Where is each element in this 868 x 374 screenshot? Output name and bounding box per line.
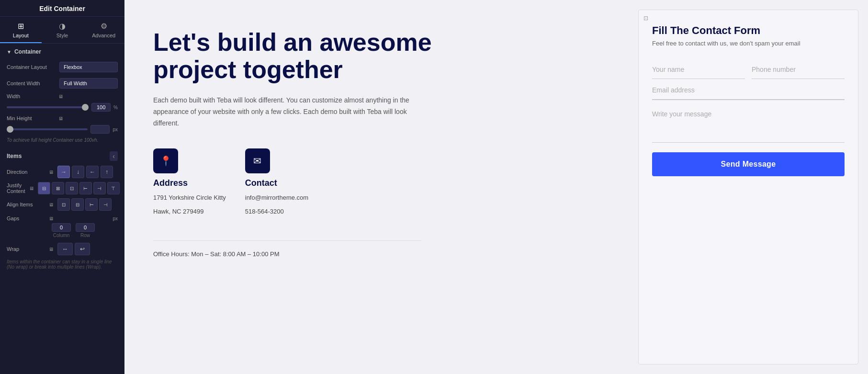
- message-placeholder: Write your message: [652, 110, 711, 118]
- align-items-row: Align Items 🖥 ⊡ ⊟ ⊢ ⊣: [0, 196, 124, 213]
- gap-row-col: 0 Row: [76, 223, 95, 238]
- contact-card: ✉ Contact info@mirrortheme.com 518-564-3…: [245, 148, 308, 216]
- width-slider[interactable]: [7, 106, 89, 108]
- direction-btn-left[interactable]: ←: [86, 166, 99, 178]
- items-label: Items: [7, 153, 22, 159]
- contact-icon-box: ✉: [245, 148, 270, 173]
- justify-btn-5[interactable]: ⊣: [93, 182, 106, 194]
- wrap-buttons: ↔ ↩: [57, 243, 90, 255]
- gap-column-col: 0 Column: [52, 223, 71, 238]
- width-input[interactable]: 100: [91, 103, 111, 112]
- sidebar: Edit Container ⊞ Layout ◑ Style ⚙ Advanc…: [0, 0, 124, 374]
- justify-btn-4[interactable]: ⊢: [79, 182, 92, 194]
- wrap-row: Wrap 🖥 ↔ ↩: [0, 239, 124, 257]
- panel-corner-icon: ⊡: [643, 15, 648, 22]
- direction-btn-down[interactable]: ↓: [72, 166, 84, 178]
- tab-advanced-label: Advanced: [92, 33, 115, 38]
- address-icon-box: 📍: [153, 148, 178, 173]
- form-subtitle: Feel free to contact with us, we don't s…: [652, 40, 845, 47]
- align-btn-2[interactable]: ⊟: [71, 198, 84, 211]
- sidebar-title: Edit Container: [0, 0, 124, 17]
- wrap-monitor-icon: 🖥: [49, 247, 54, 252]
- hero-title: Let's build an awesome project together: [153, 29, 440, 83]
- align-btn-3[interactable]: ⊢: [85, 198, 98, 211]
- justify-btn-6[interactable]: ⊤: [107, 182, 120, 194]
- form-title: Fill The Contact Form: [652, 24, 845, 37]
- gap-column-label: Column: [53, 233, 69, 238]
- width-row: Width 🖥: [0, 91, 124, 101]
- content-width-select[interactable]: Full Width Boxed: [59, 78, 118, 89]
- contact-title: Contact: [245, 178, 308, 188]
- min-height-label: Min Height: [7, 115, 55, 121]
- layout-icon: ⊞: [18, 22, 24, 31]
- form-name-phone-row: Your name Phone number: [652, 58, 845, 79]
- min-height-slider-container: px: [7, 125, 118, 134]
- width-monitor-icon: 🖥: [58, 94, 63, 99]
- min-height-input[interactable]: [90, 125, 110, 134]
- direction-btn-right[interactable]: →: [57, 166, 70, 178]
- justify-monitor-icon: 🖥: [29, 186, 34, 191]
- justify-btn-2[interactable]: ⊠: [52, 182, 64, 194]
- gap-row-label: Row: [80, 233, 90, 238]
- email-field[interactable]: Email address: [652, 79, 845, 100]
- align-btn-1[interactable]: ⊡: [57, 198, 70, 211]
- container-layout-select[interactable]: Flexbox Grid: [59, 62, 118, 72]
- min-height-monitor-icon: 🖥: [58, 116, 63, 121]
- gap-inputs: 0 Column 0 Row: [0, 222, 124, 239]
- address-card: 📍 Address 1791 Yorkshire Circle Kitty Ha…: [153, 148, 226, 216]
- justify-content-row: Justify Content 🖥 ⊟ ⊠ ⊡ ⊢ ⊣ ⊤: [0, 180, 124, 196]
- info-cards: 📍 Address 1791 Yorkshire Circle Kitty Ha…: [153, 148, 609, 216]
- width-unit: %: [113, 105, 118, 110]
- contact-phone: 518-564-3200: [245, 207, 308, 216]
- justify-content-label: Justify Content: [7, 182, 25, 194]
- gap-row-input[interactable]: 0: [76, 223, 95, 232]
- justify-btn-3[interactable]: ⊡: [66, 182, 78, 194]
- items-collapse-button[interactable]: ‹: [110, 151, 118, 161]
- message-field[interactable]: Write your message: [652, 103, 845, 143]
- direction-btn-up[interactable]: ↑: [101, 166, 113, 178]
- hero-desc: Each demo built with Teba will look diff…: [153, 95, 421, 129]
- container-hint: To achieve full height Container use 100…: [0, 136, 124, 147]
- contact-email: info@mirrortheme.com: [245, 193, 308, 203]
- advanced-icon: ⚙: [101, 22, 107, 31]
- phone-field[interactable]: Phone number: [752, 58, 845, 79]
- min-height-unit: px: [113, 127, 118, 132]
- tab-style[interactable]: ◑ Style: [42, 17, 83, 43]
- min-height-row: Min Height 🖥: [0, 113, 124, 123]
- align-buttons: ⊡ ⊟ ⊢ ⊣: [57, 198, 112, 211]
- email-placeholder: Email address: [652, 86, 695, 94]
- wrap-btn-nowrap[interactable]: ↔: [57, 243, 73, 255]
- tab-bar: ⊞ Layout ◑ Style ⚙ Advanced: [0, 17, 124, 44]
- wrap-btn-wrap[interactable]: ↩: [75, 243, 90, 255]
- email-section: Email address: [652, 79, 845, 100]
- tab-advanced[interactable]: ⚙ Advanced: [83, 17, 124, 43]
- min-height-slider[interactable]: [7, 128, 88, 130]
- justify-btn-1[interactable]: ⊟: [38, 182, 50, 194]
- gaps-row: Gaps 🖥 px: [0, 213, 124, 222]
- gap-column-input[interactable]: 0: [52, 223, 71, 232]
- container-section-header[interactable]: ▼ Container: [0, 44, 124, 59]
- container-layout-label: Container Layout: [7, 64, 55, 70]
- direction-buttons: → ↓ ← ↑: [57, 166, 113, 178]
- items-section-header: Items ‹: [0, 147, 124, 164]
- office-hours: Office Hours: Mon – Sat: 8:00 AM – 10:00…: [153, 250, 609, 258]
- tab-layout[interactable]: ⊞ Layout: [0, 17, 42, 43]
- container-collapse-arrow: ▼: [7, 49, 11, 55]
- wrap-label: Wrap: [7, 246, 45, 252]
- align-btn-4[interactable]: ⊣: [99, 198, 112, 211]
- divider: [153, 240, 421, 241]
- send-message-button[interactable]: Send Message: [652, 152, 845, 176]
- address-line2: Hawk, NC 279499: [153, 207, 226, 216]
- tab-layout-label: Layout: [13, 33, 29, 38]
- gaps-monitor-icon: 🖥: [49, 216, 54, 221]
- direction-row: Direction 🖥 → ↓ ← ↑: [0, 164, 124, 180]
- width-slider-container: 100 %: [7, 103, 118, 112]
- align-items-label: Align Items: [7, 202, 45, 207]
- min-height-slider-row: px: [0, 123, 124, 136]
- direction-monitor-icon: 🖥: [49, 170, 54, 175]
- your-name-placeholder: Your name: [652, 66, 684, 73]
- contact-icon: ✉: [253, 155, 261, 167]
- gaps-label: Gaps: [7, 215, 45, 221]
- your-name-field[interactable]: Your name: [652, 58, 745, 79]
- gaps-unit: px: [113, 216, 118, 221]
